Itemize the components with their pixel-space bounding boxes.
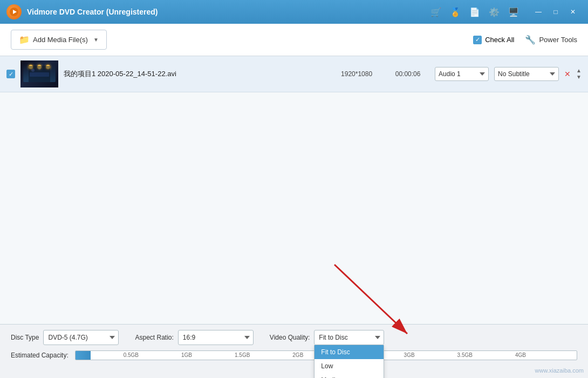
add-file-icon: 📁 [19,35,30,45]
quality-dropdown-popup: Fit to Disc Low Medium [314,345,384,378]
file-order-buttons: ▲ ▼ [576,68,582,80]
disc-type-select[interactable]: DVD-5 (4.7G) DVD-9 (8.5G) Blu-ray 25G Bl… [43,330,119,345]
capacity-row: Estimated Capacity: 0.5GB 1GB 1.5GB 2GB … [11,350,577,360]
tick-5: 3GB [404,352,415,358]
bottom-row1: Disc Type DVD-5 (4.7G) DVD-9 (8.5G) Blu-… [11,330,577,345]
svg-line-7 [334,265,407,334]
window-controls: — □ ✕ [530,4,582,19]
app-title: Vidmore DVD Creator (Unregistered) [27,8,430,16]
monitor-icon[interactable]: 🖥️ [508,7,519,17]
add-media-dropdown-arrow: ▼ [93,37,99,43]
tick-1: 1GB [181,352,192,358]
file-checkbox[interactable]: ✓ [6,70,15,78]
title-bar: Vidmore DVD Creator (Unregistered) 🛒 🏅 📄… [0,0,588,24]
toolbar-right: ✓ Check All 🔧 Power Tools [473,35,577,45]
aspect-ratio-label: Aspect Ratio: [135,334,173,341]
check-all-area[interactable]: ✓ Check All [473,36,514,44]
svg-point-4 [31,69,35,72]
capacity-label: Estimated Capacity: [11,352,69,359]
tick-6: 3.5GB [457,352,473,358]
quality-option-low[interactable]: Low [314,359,384,373]
move-down-button[interactable]: ▼ [576,75,582,80]
tick-0: 0.5GB [124,352,139,358]
document-icon[interactable]: 📄 [469,7,480,17]
power-tools-button[interactable]: 🔧 Power Tools [525,35,577,45]
disc-type-field: Disc Type DVD-5 (4.7G) DVD-9 (8.5G) Blu-… [11,330,119,345]
subtitle-select[interactable]: No Subtitle [494,67,559,81]
file-thumbnail [20,60,58,87]
video-quality-label: Video Quality: [270,334,310,341]
file-item: ✓ 我的项目1 2020-05-22_14-51-22.avi 1920*108… [0,56,588,92]
quality-option-fit[interactable]: Fit to Disc [314,345,384,359]
disc-type-label: Disc Type [11,334,39,341]
red-arrow [318,254,437,346]
content-area: ✓ 我的项目1 2020-05-22_14-51-22.avi 1920*108… [0,56,588,324]
tick-2: 1.5GB [235,352,250,358]
tick-7: 4GB [515,352,526,358]
file-resolution: 1920*1080 [332,70,381,78]
quality-option-medium[interactable]: Medium [314,373,384,378]
app-logo [6,4,22,19]
audio-select[interactable]: Audio 1 Audio 2 [435,67,489,81]
badge-icon[interactable]: 🏅 [450,7,461,17]
file-duration: 00:00:06 [386,70,429,78]
aspect-ratio-field: Aspect Ratio: 16:9 4:3 [135,330,253,345]
cart-icon[interactable]: 🛒 [430,7,441,17]
add-media-button[interactable]: 📁 Add Media File(s) ▼ [11,30,107,50]
bottom-bar: Disc Type DVD-5 (4.7G) DVD-9 (8.5G) Blu-… [0,324,588,378]
add-media-label: Add Media File(s) [33,36,88,44]
move-up-button[interactable]: ▲ [576,68,582,73]
watermark: www.xiazaiba.com [535,367,584,374]
minimize-button[interactable]: — [530,4,547,19]
title-bar-icons: 🛒 🏅 📄 ⚙️ 🖥️ [430,7,519,17]
svg-rect-3 [30,72,49,77]
aspect-ratio-select[interactable]: 16:9 4:3 [178,330,254,345]
maximize-button[interactable]: □ [547,4,564,19]
capacity-fill [76,351,91,360]
settings-icon[interactable]: ⚙️ [489,7,500,17]
check-all-label: Check All [485,36,514,44]
svg-point-5 [38,68,40,70]
file-name: 我的项目1 2020-05-22_14-51-22.avi [64,69,327,79]
file-remove-button[interactable]: ✕ [564,70,571,78]
close-button[interactable]: ✕ [564,4,582,19]
toolbar: 📁 Add Media File(s) ▼ ✓ Check All 🔧 Powe… [0,24,588,56]
tick-3: 2GB [292,352,303,358]
check-all-checkbox[interactable]: ✓ [473,36,482,44]
power-tools-icon: 🔧 [525,35,536,45]
power-tools-label: Power Tools [539,36,577,44]
